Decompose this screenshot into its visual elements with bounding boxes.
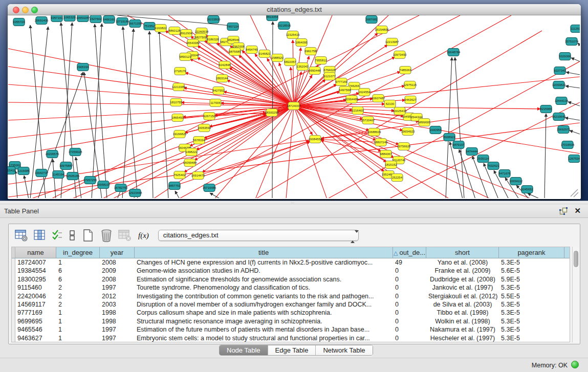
network-node[interactable]: 10973493 bbox=[393, 51, 407, 59]
network-node[interactable]: 30975887 bbox=[59, 162, 73, 170]
network-node[interactable]: 8215955 bbox=[540, 105, 552, 113]
network-node[interactable]: 9777169 bbox=[335, 78, 347, 86]
network-node[interactable]: 1065329 bbox=[63, 15, 76, 21]
network-node[interactable]: 1112504 bbox=[571, 25, 580, 33]
network-node[interactable]: 2905334 bbox=[77, 63, 89, 71]
network-node[interactable]: 12444134 bbox=[555, 97, 569, 105]
network-node[interactable]: 9357161 bbox=[51, 15, 63, 22]
network-node[interactable]: 1267534 bbox=[568, 155, 580, 163]
network-node[interactable]: 1815152 bbox=[385, 161, 397, 169]
network-node[interactable]: 8186328 bbox=[207, 36, 219, 43]
network-node[interactable]: 9899695 bbox=[418, 119, 430, 126]
network-node[interactable]: 9884067 bbox=[380, 150, 392, 158]
new-table-icon[interactable] bbox=[81, 229, 95, 242]
network-node[interactable]: 15716485 bbox=[203, 184, 216, 192]
network-node[interactable]: 9990448 bbox=[309, 67, 321, 75]
column-chooser-icon[interactable] bbox=[34, 229, 46, 242]
network-node[interactable]: 1588520 bbox=[271, 54, 284, 62]
network-node[interactable]: 2803144 bbox=[216, 75, 228, 82]
network-node[interactable]: 7632621 bbox=[487, 162, 499, 170]
network-node[interactable]: 1498222 bbox=[185, 148, 198, 156]
network-node[interactable]: 9267150 bbox=[203, 113, 215, 120]
column-header-name[interactable]: name bbox=[15, 247, 56, 258]
table-row[interactable]: 1456911722003Disruption of a novel membe… bbox=[12, 300, 570, 309]
delete-table-icon[interactable] bbox=[118, 229, 132, 242]
network-node[interactable]: 7955812 bbox=[315, 57, 327, 64]
network-node[interactable]: 9474444 bbox=[466, 148, 478, 156]
network-node[interactable]: 16648784 bbox=[447, 49, 461, 56]
network-node[interactable]: 16671358 bbox=[128, 20, 142, 28]
row-height-icon[interactable] bbox=[69, 229, 76, 242]
network-node[interactable]: 5678334 bbox=[193, 137, 205, 144]
network-node[interactable]: 20691406 bbox=[35, 17, 49, 25]
network-node[interactable]: 10719184 bbox=[116, 18, 129, 26]
network-node[interactable]: 12975115 bbox=[403, 81, 417, 89]
table-row[interactable]: 946362711997Embryonic stem cells: a mode… bbox=[12, 334, 570, 342]
network-node[interactable]: 17016504 bbox=[561, 141, 575, 149]
network-node[interactable]: 12505185 bbox=[66, 172, 80, 180]
network-node[interactable]: 15720407 bbox=[361, 117, 375, 124]
network-node[interactable]: 16543382 bbox=[186, 39, 200, 47]
network-node[interactable]: 9121077 bbox=[323, 73, 336, 80]
close-panel-icon[interactable]: ✕ bbox=[574, 206, 581, 215]
network-node[interactable]: 19384554 bbox=[309, 136, 322, 143]
network-node[interactable]: 17359928 bbox=[69, 148, 82, 156]
network-node[interactable]: 12213987 bbox=[385, 38, 399, 46]
network-node[interactable]: 1527602 bbox=[90, 15, 102, 23]
column-header-pagerank[interactable]: pagerank bbox=[499, 247, 564, 258]
column-header-out-de-[interactable]: △out_de... bbox=[393, 247, 426, 258]
network-node[interactable]: 17957255 bbox=[83, 177, 97, 184]
network-node[interactable]: 1145194 bbox=[53, 171, 65, 179]
table-scrollbar[interactable] bbox=[572, 247, 579, 342]
network-node[interactable]: 2687682 bbox=[365, 16, 378, 24]
network-node[interactable]: 10688609 bbox=[367, 128, 381, 136]
network-node[interactable]: 9245652 bbox=[521, 186, 533, 193]
network-node[interactable]: 1362043 bbox=[296, 63, 309, 71]
network-node[interactable]: 12213389 bbox=[172, 83, 186, 91]
network-node[interactable]: 8454749 bbox=[246, 46, 258, 54]
network-node[interactable]: 9227343 bbox=[554, 67, 566, 75]
network-node[interactable]: 1865493 bbox=[171, 114, 184, 122]
network-node[interactable]: 8912934 bbox=[180, 30, 192, 37]
network-node[interactable]: 6466160 bbox=[103, 16, 115, 24]
network-node[interactable]: 9857791 bbox=[168, 182, 181, 190]
network-node[interactable]: 15751074 bbox=[565, 38, 579, 46]
network-node[interactable]: 9355724 bbox=[13, 18, 25, 26]
network-node[interactable]: 62100 bbox=[384, 100, 396, 108]
network-node[interactable]: 6961758 bbox=[304, 48, 317, 55]
network-node[interactable]: 9463627 bbox=[404, 96, 417, 104]
network-node[interactable]: 3915411 bbox=[8, 167, 16, 174]
network-node[interactable]: 10653287 bbox=[76, 15, 90, 22]
network-node[interactable]: 16782759 bbox=[114, 184, 128, 192]
table-select-dropdown[interactable]: citations_edges.txt bbox=[158, 230, 359, 241]
network-node[interactable]: 1640954 bbox=[429, 126, 442, 134]
scrollbar-thumb[interactable] bbox=[574, 251, 578, 267]
window-titlebar[interactable]: citations_edges.txt bbox=[8, 4, 581, 15]
table-row[interactable]: 911546021997Tourette syndrome. Phenomeno… bbox=[12, 283, 570, 292]
network-view-window[interactable]: citations_edges.txt 93557242069140693571… bbox=[8, 4, 581, 199]
citation-network-graph[interactable]: 9355724206914069357161106532910653287152… bbox=[8, 15, 580, 198]
network-node[interactable]: 16033809 bbox=[207, 16, 221, 24]
column-header-short[interactable]: short bbox=[426, 247, 499, 258]
network-node[interactable]: 8427552 bbox=[212, 87, 225, 95]
network-node[interactable]: 9163822 bbox=[155, 25, 167, 32]
canvas-resize-grip[interactable] bbox=[571, 189, 578, 197]
network-node[interactable]: 16154808 bbox=[375, 26, 389, 34]
network-node[interactable]: 1624554 bbox=[358, 89, 371, 96]
network-node[interactable]: 16099484 bbox=[183, 159, 197, 167]
horizontal-splitter[interactable]: ⋯ bbox=[0, 201, 588, 205]
network-node[interactable]: 16210643 bbox=[552, 113, 566, 121]
network-node[interactable]: 1864095 bbox=[295, 39, 308, 47]
network-node[interactable]: 7485063 bbox=[399, 67, 411, 74]
table-row[interactable]: 969969511998Structural magnetic resonanc… bbox=[12, 317, 570, 325]
table-row[interactable]: 2242004622012Investigating the contribut… bbox=[12, 292, 570, 300]
network-node[interactable]: 2935114 bbox=[477, 155, 490, 163]
table-row[interactable]: 1872400712008Changes of HCN gene express… bbox=[12, 258, 570, 267]
network-node[interactable]: 19218506 bbox=[277, 22, 291, 30]
column-header-year[interactable]: year bbox=[100, 247, 135, 258]
network-node[interactable]: 252254 bbox=[391, 174, 403, 182]
table-row[interactable]: 946554611997Estimation of the future num… bbox=[12, 325, 570, 334]
network-node[interactable]: 13942737 bbox=[35, 169, 49, 177]
network-node[interactable]: 18724007 bbox=[287, 102, 301, 110]
network-node[interactable]: 10025433 bbox=[393, 107, 407, 115]
